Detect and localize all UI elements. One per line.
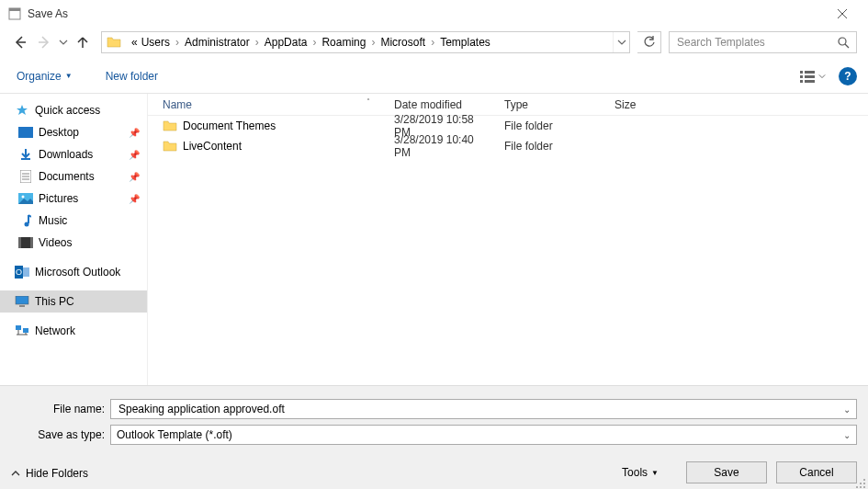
svg-line-7 <box>845 44 849 48</box>
chevron-down-icon: ▼ <box>65 72 73 80</box>
organize-menu[interactable]: Organize ▼ <box>11 66 78 86</box>
file-row[interactable]: LiveContent 3/28/2019 10:40 PM File fold… <box>148 136 868 156</box>
address-bar[interactable]: « Users › Administrator › AppData › Roam… <box>101 31 630 53</box>
sidebar-videos[interactable]: Videos <box>0 232 147 254</box>
sidebar-documents[interactable]: Documents 📌 <box>0 165 147 188</box>
save-button[interactable]: Save <box>686 461 767 483</box>
breadcrumbs: « Users › Administrator › AppData › Roam… <box>126 36 613 49</box>
refresh-button[interactable] <box>637 31 661 53</box>
column-size[interactable]: Size <box>609 94 682 115</box>
up-button[interactable] <box>72 31 94 53</box>
title-bar: Save As <box>0 0 868 28</box>
svg-rect-8 <box>800 71 803 74</box>
svg-rect-30 <box>19 305 25 307</box>
organize-label: Organize <box>17 70 62 83</box>
svg-point-36 <box>863 479 865 481</box>
forward-button[interactable] <box>33 31 55 53</box>
filename-row: File name: ⌄ <box>0 397 868 421</box>
pin-icon: 📌 <box>129 194 140 204</box>
sort-indicator-icon: ˄ <box>366 97 370 106</box>
close-button[interactable] <box>824 0 861 28</box>
sidebar-item-label: Downloads <box>39 148 93 161</box>
breadcrumb-item[interactable]: Templates <box>438 36 492 49</box>
svg-text:O: O <box>16 267 22 277</box>
bottom-panel: File name: ⌄ Save as type: Outlook Templ… <box>0 385 868 489</box>
pin-icon: 📌 <box>129 128 140 138</box>
chevron-right-icon[interactable]: › <box>427 36 438 49</box>
chevron-up-icon <box>11 469 20 478</box>
chevron-right-icon[interactable]: › <box>252 36 263 49</box>
hide-folders-button[interactable]: Hide Folders <box>11 467 88 480</box>
search-input[interactable] <box>675 35 838 50</box>
view-options-button[interactable] <box>795 66 831 86</box>
svg-rect-11 <box>805 75 815 78</box>
filename-combobox[interactable]: ⌄ <box>110 399 857 419</box>
file-list: Name ˄ Date modified Type Size Document … <box>147 94 868 385</box>
filetype-label: Save as type: <box>0 428 110 441</box>
chevron-down-icon[interactable]: ⌄ <box>843 430 851 440</box>
filetype-row: Save as type: Outlook Template (*.oft) ⌄ <box>0 423 868 447</box>
address-dropdown[interactable] <box>613 32 629 52</box>
chevron-down-icon: ▼ <box>651 469 659 477</box>
chevron-right-icon[interactable]: › <box>367 36 378 49</box>
svg-rect-13 <box>805 80 815 83</box>
filetype-combobox[interactable]: Outlook Template (*.oft) ⌄ <box>110 425 857 445</box>
column-name[interactable]: Name ˄ <box>157 94 389 115</box>
cancel-button[interactable]: Cancel <box>776 461 857 483</box>
column-type[interactable]: Type <box>499 94 609 115</box>
sidebar-this-pc[interactable]: This PC <box>0 290 147 313</box>
file-name: LiveContent <box>183 140 242 153</box>
bottom-buttons: Tools ▼ Save Cancel <box>622 461 857 483</box>
resize-grip[interactable] <box>855 478 866 489</box>
svg-point-22 <box>25 222 29 227</box>
filetype-value: Outlook Template (*.oft) <box>117 428 232 441</box>
breadcrumb-prefix: « <box>130 36 140 49</box>
chevron-down-icon[interactable]: ⌄ <box>843 404 851 415</box>
sidebar-quick-access[interactable]: Quick access <box>0 99 147 121</box>
breadcrumb-item[interactable]: AppData <box>263 36 310 49</box>
breadcrumb-item[interactable]: Users <box>140 36 172 49</box>
svg-rect-12 <box>800 80 803 83</box>
folder-icon <box>104 32 124 52</box>
app-icon <box>7 6 22 21</box>
star-icon <box>15 103 29 118</box>
new-folder-label: New folder <box>106 70 158 83</box>
breadcrumb-item[interactable]: Roaming <box>320 36 367 49</box>
back-button[interactable] <box>9 31 31 53</box>
body: Quick access Desktop 📌 Downloads 📌 Docum… <box>0 94 868 385</box>
file-type: File folder <box>499 119 609 132</box>
sidebar-outlook[interactable]: O Microsoft Outlook <box>0 261 147 283</box>
sidebar: Quick access Desktop 📌 Downloads 📌 Docum… <box>0 94 147 385</box>
column-date[interactable]: Date modified <box>389 94 499 115</box>
search-box[interactable] <box>669 31 857 53</box>
svg-rect-1 <box>9 8 20 11</box>
file-date: 3/28/2019 10:40 PM <box>389 133 499 159</box>
filename-input[interactable] <box>117 402 843 416</box>
recent-locations-button[interactable] <box>57 31 70 53</box>
svg-point-39 <box>856 486 858 488</box>
window-title: Save As <box>28 7 68 20</box>
breadcrumb-item[interactable]: Microsoft <box>378 36 427 49</box>
chevron-right-icon[interactable]: › <box>309 36 320 49</box>
outlook-icon: O <box>15 265 29 279</box>
svg-point-40 <box>860 486 862 488</box>
toolbar: Organize ▼ New folder ? <box>0 59 868 94</box>
chevron-right-icon[interactable]: › <box>172 36 183 49</box>
filename-label: File name: <box>0 403 110 415</box>
file-row[interactable]: Document Themes 3/28/2019 10:58 PM File … <box>148 116 868 136</box>
sidebar-pictures[interactable]: Pictures 📌 <box>0 188 147 210</box>
sidebar-network[interactable]: Network <box>0 320 147 342</box>
nav-bar: « Users › Administrator › AppData › Roam… <box>0 28 868 57</box>
sidebar-item-label: Videos <box>39 236 72 249</box>
svg-rect-9 <box>805 71 815 74</box>
tools-menu[interactable]: Tools ▼ <box>622 466 659 479</box>
sidebar-item-label: Documents <box>39 170 95 183</box>
new-folder-button[interactable]: New folder <box>100 66 163 86</box>
help-button[interactable]: ? <box>839 67 857 85</box>
sidebar-desktop[interactable]: Desktop 📌 <box>0 121 147 143</box>
column-label: Name <box>163 98 192 111</box>
breadcrumb-item[interactable]: Administrator <box>183 36 252 49</box>
column-label: Size <box>614 98 636 111</box>
sidebar-music[interactable]: Music <box>0 210 147 232</box>
sidebar-downloads[interactable]: Downloads 📌 <box>0 143 147 165</box>
